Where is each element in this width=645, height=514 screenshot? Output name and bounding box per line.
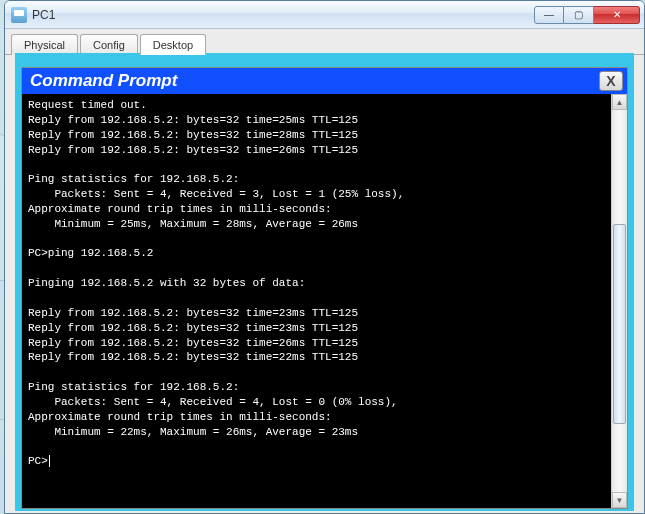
- terminal-prompt[interactable]: PC>: [28, 454, 605, 469]
- terminal-line: [28, 232, 605, 247]
- terminal-line: Ping statistics for 192.168.5.2:: [28, 380, 605, 395]
- window-controls: — ▢ ✕: [534, 6, 640, 24]
- terminal-line: Ping statistics for 192.168.5.2:: [28, 172, 605, 187]
- terminal-line: [28, 439, 605, 454]
- terminal-line: Approximate round trip times in milli-se…: [28, 202, 605, 217]
- terminal-line: Packets: Sent = 4, Received = 3, Lost = …: [28, 187, 605, 202]
- close-button[interactable]: ✕: [594, 6, 640, 24]
- desktop-area: Command Prompt X Request timed out.Reply…: [15, 53, 634, 511]
- maximize-button[interactable]: ▢: [564, 6, 594, 24]
- terminal-line: Packets: Sent = 4, Received = 4, Lost = …: [28, 395, 605, 410]
- terminal-line: Pinging 192.168.5.2 with 32 bytes of dat…: [28, 276, 605, 291]
- terminal-line: [28, 365, 605, 380]
- terminal-line: PC>ping 192.168.5.2: [28, 246, 605, 261]
- app-icon: [11, 7, 27, 23]
- tab-physical[interactable]: Physical: [11, 34, 78, 55]
- terminal-line: Reply from 192.168.5.2: bytes=32 time=25…: [28, 113, 605, 128]
- app-window: PC1 — ▢ ✕ Physical Config Desktop Comman…: [4, 0, 645, 514]
- command-prompt-terminal[interactable]: Request timed out.Reply from 192.168.5.2…: [22, 94, 611, 508]
- tab-desktop[interactable]: Desktop: [140, 34, 206, 55]
- terminal-line: Reply from 192.168.5.2: bytes=32 time=28…: [28, 128, 605, 143]
- cursor-icon: [49, 455, 50, 467]
- titlebar[interactable]: PC1 — ▢ ✕: [5, 1, 644, 29]
- minimize-button[interactable]: —: [534, 6, 564, 24]
- command-prompt-titlebar[interactable]: Command Prompt X: [22, 68, 627, 94]
- terminal-line: Reply from 192.168.5.2: bytes=32 time=26…: [28, 143, 605, 158]
- terminal-line: Reply from 192.168.5.2: bytes=32 time=23…: [28, 306, 605, 321]
- tab-bar: Physical Config Desktop: [5, 29, 644, 55]
- scroll-up-button[interactable]: ▲: [612, 94, 627, 110]
- terminal-line: Reply from 192.168.5.2: bytes=32 time=26…: [28, 336, 605, 351]
- command-prompt-close-button[interactable]: X: [599, 71, 623, 91]
- command-prompt-title: Command Prompt: [30, 71, 599, 91]
- window-title: PC1: [32, 8, 534, 22]
- terminal-line: Request timed out.: [28, 98, 605, 113]
- terminal-line: [28, 261, 605, 276]
- scroll-thumb[interactable]: [613, 224, 626, 424]
- terminal-line: Minimum = 22ms, Maximum = 26ms, Average …: [28, 425, 605, 440]
- scrollbar[interactable]: ▲ ▼: [611, 94, 627, 508]
- scroll-down-button[interactable]: ▼: [612, 492, 627, 508]
- terminal-line: Reply from 192.168.5.2: bytes=32 time=22…: [28, 350, 605, 365]
- terminal-line: Minimum = 25ms, Maximum = 28ms, Average …: [28, 217, 605, 232]
- terminal-line: [28, 157, 605, 172]
- tab-config[interactable]: Config: [80, 34, 138, 55]
- terminal-line: Approximate round trip times in milli-se…: [28, 410, 605, 425]
- terminal-line: [28, 291, 605, 306]
- command-prompt-window: Command Prompt X Request timed out.Reply…: [21, 67, 628, 509]
- terminal-line: Reply from 192.168.5.2: bytes=32 time=23…: [28, 321, 605, 336]
- command-prompt-body-wrap: Request timed out.Reply from 192.168.5.2…: [22, 94, 627, 508]
